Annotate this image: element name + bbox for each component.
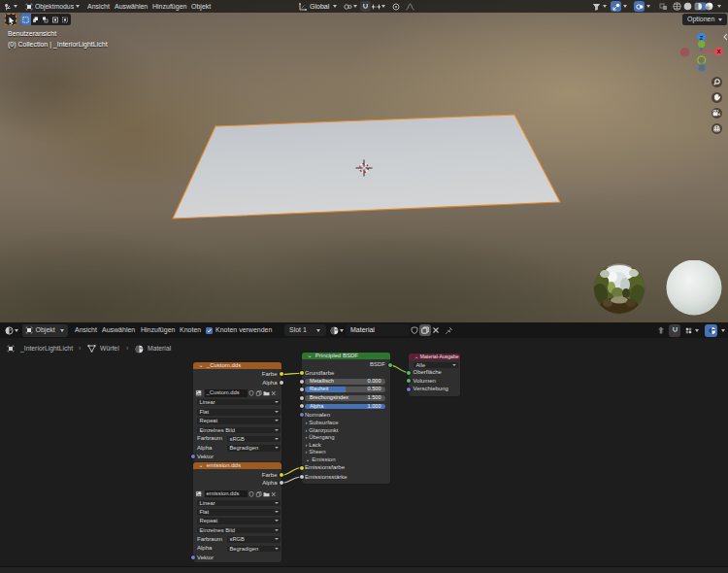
svg-text:Z: Z <box>700 35 704 41</box>
svg-text:X: X <box>716 49 720 54</box>
